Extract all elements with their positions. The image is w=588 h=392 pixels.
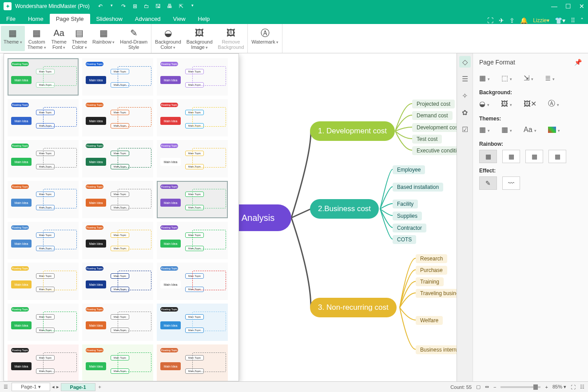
rail-icons-icon[interactable]: ✧: [459, 90, 471, 101]
export-icon[interactable]: ⇱: [178, 3, 185, 9]
theme-thumb[interactable]: Floating TopicMain IdeaMain TopicMain To…: [82, 304, 153, 341]
effect-straight[interactable]: ✎: [479, 176, 497, 190]
save-icon[interactable]: 🖫: [155, 3, 162, 9]
theme-color-button[interactable]: ▤ThemeColor: [69, 26, 90, 51]
canvas[interactable]: Analysis 1. Development cost 2.Business …: [0, 53, 457, 381]
zoom-in-icon[interactable]: +: [545, 384, 548, 390]
theme-thumb[interactable]: Floating TopicMain IdeaMain TopicMain To…: [8, 344, 79, 381]
send-icon[interactable]: ✈: [499, 17, 504, 24]
new-icon[interactable]: ⊞: [131, 3, 139, 9]
rainbow-opt-4[interactable]: ▦: [548, 150, 566, 163]
theme-thumb[interactable]: Floating TopicMain IdeaMain TopicMain To…: [157, 263, 228, 300]
theme-thumb[interactable]: Floating TopicMain IdeaMain TopicMain To…: [82, 344, 153, 381]
notify-icon[interactable]: 🔔: [520, 17, 528, 24]
leaf[interactable]: Contractor: [393, 224, 426, 232]
theme-thumb[interactable]: Floating TopicMain IdeaMain TopicMain To…: [8, 181, 79, 218]
layout-map-button[interactable]: ▦: [479, 74, 490, 82]
theme-thumb[interactable]: Floating TopicMain IdeaMain TopicMain To…: [8, 99, 79, 136]
leaf[interactable]: Employee: [393, 165, 425, 174]
leaf[interactable]: Projected cost: [412, 100, 455, 108]
tab-view[interactable]: View: [167, 14, 192, 24]
fit-page-icon[interactable]: ▢: [476, 384, 481, 390]
rainbow-opt-1[interactable]: ▦: [479, 150, 497, 163]
undo-icon[interactable]: ↶: [97, 3, 104, 9]
leaf[interactable]: Facility: [393, 200, 418, 208]
themes-custom-btn[interactable]: ▦: [501, 125, 512, 134]
zoom-value[interactable]: 85% ▾: [552, 384, 566, 390]
theme-thumb[interactable]: Floating TopicMain IdeaMain TopicMain To…: [82, 99, 153, 136]
redo-icon[interactable]: ↷: [120, 3, 127, 9]
tab-slideshow[interactable]: Slideshow: [90, 14, 129, 24]
bg-image-btn[interactable]: 🖼: [501, 100, 512, 108]
hand-drawn-button[interactable]: ✎Hand-DrawnStyle: [117, 26, 150, 51]
share-icon[interactable]: ⇪: [509, 17, 515, 24]
theme-thumb[interactable]: Floating TopicMain IdeaMain TopicMain To…: [157, 222, 228, 259]
theme-font-button[interactable]: AaThemeFont: [49, 26, 69, 51]
themes-color-btn[interactable]: [548, 126, 560, 134]
leaf[interactable]: Research: [416, 254, 447, 263]
leaf[interactable]: COTS: [393, 235, 416, 244]
branch-nonrecurring[interactable]: 3. Non-recurring cost: [310, 298, 397, 317]
collapse-ribbon-icon[interactable]: ˄: [580, 17, 584, 24]
branch-business[interactable]: 2.Business cost: [310, 199, 379, 219]
theme-thumb[interactable]: Floating TopicMain IdeaMain TopicMain To…: [82, 263, 153, 300]
theme-thumb[interactable]: Floating TopicMain IdeaMain TopicMain To…: [157, 58, 228, 96]
theme-thumb[interactable]: Floating TopicMain IdeaMain TopicMain To…: [82, 58, 153, 96]
theme-thumb[interactable]: Floating TopicMain IdeaMain TopicMain To…: [82, 222, 153, 259]
theme-thumb[interactable]: Floating TopicMain IdeaMain TopicMain To…: [157, 140, 228, 177]
rainbow-button[interactable]: ▦Rainbow: [90, 26, 117, 51]
custom-theme-button[interactable]: ▦CustomTheme: [25, 26, 49, 51]
bg-image-button[interactable]: 🖼BackgroundImage: [184, 26, 215, 51]
effect-sketch[interactable]: 〰: [502, 176, 520, 190]
theme-thumb[interactable]: Floating TopicMain IdeaMain TopicMain To…: [157, 99, 228, 136]
theme-thumb[interactable]: Floating TopicMain IdeaMain TopicMain To…: [82, 140, 153, 177]
tab-file[interactable]: File: [0, 14, 22, 24]
page-prev-icon[interactable]: ◂: [52, 384, 55, 390]
theme-thumb[interactable]: Floating TopicMain IdeaMain TopicMain To…: [157, 344, 228, 381]
leaf[interactable]: Test cost: [412, 135, 442, 144]
bg-color-button[interactable]: ◒BackgroundColor: [152, 26, 184, 51]
leaf[interactable]: Welfare: [416, 316, 443, 325]
print-icon[interactable]: 🖶: [166, 3, 173, 9]
tab-page-style[interactable]: Page Style: [50, 14, 90, 24]
qat-more-icon[interactable]: ▾: [189, 3, 196, 9]
remove-bg-button[interactable]: 🖼RemoveBackground: [215, 26, 247, 51]
zoom-out-icon[interactable]: −: [493, 384, 496, 390]
zoom-slider[interactable]: [501, 386, 540, 388]
undo-dd-icon[interactable]: ▾: [108, 3, 115, 9]
tab-home[interactable]: Home: [22, 14, 50, 24]
rail-style-icon[interactable]: ◇: [459, 56, 471, 68]
leaf[interactable]: Purchase: [416, 266, 447, 275]
branch-development[interactable]: 1. Development cost: [310, 121, 395, 141]
layout-list-button[interactable]: ≣: [545, 74, 555, 82]
present-icon[interactable]: ⛶: [487, 17, 493, 24]
page-tab[interactable]: Page-1 ▾: [12, 383, 50, 391]
open-icon[interactable]: 🗀: [143, 3, 150, 9]
theme-thumb[interactable]: Floating TopicMain IdeaMain TopicMain To…: [157, 181, 228, 218]
pages-icon[interactable]: ☰: [4, 384, 8, 390]
theme-thumb[interactable]: Floating TopicMain IdeaMain TopicMain To…: [8, 58, 79, 96]
rail-task-icon[interactable]: ☑: [459, 124, 471, 135]
leaf[interactable]: Development cost: [412, 123, 457, 132]
watermark-button[interactable]: ⒶWatermark: [249, 26, 281, 51]
page-add-icon[interactable]: ＋: [97, 384, 102, 390]
theme-thumb[interactable]: Floating TopicMain IdeaMain TopicMain To…: [8, 140, 79, 177]
page-tab-active[interactable]: Page-1: [61, 383, 95, 391]
fit-width-icon[interactable]: ⇔: [485, 384, 489, 390]
apps-icon[interactable]: ⠿: [571, 17, 575, 24]
tab-advanced[interactable]: Advanced: [129, 14, 167, 24]
pin-icon[interactable]: 📌: [574, 59, 582, 66]
rail-clipart-icon[interactable]: ✿: [459, 107, 471, 118]
bg-fill-button[interactable]: ◒: [479, 100, 489, 108]
rainbow-opt-2[interactable]: ▦: [502, 150, 520, 163]
theme-thumb[interactable]: Floating TopicMain IdeaMain TopicMain To…: [157, 304, 228, 341]
leaf[interactable]: Executive condition: [412, 146, 457, 155]
maximize-icon[interactable]: ☐: [565, 3, 571, 10]
page-next-icon[interactable]: ▸: [56, 384, 59, 390]
layout-org-button[interactable]: ⬚: [501, 74, 512, 82]
themes-grid-btn[interactable]: ▦: [479, 125, 490, 134]
minimize-icon[interactable]: —: [551, 3, 557, 10]
leaf[interactable]: Supplies: [393, 212, 422, 220]
rail-outline-icon[interactable]: ☰: [459, 73, 471, 84]
themes-font-btn[interactable]: Aa: [524, 126, 536, 134]
